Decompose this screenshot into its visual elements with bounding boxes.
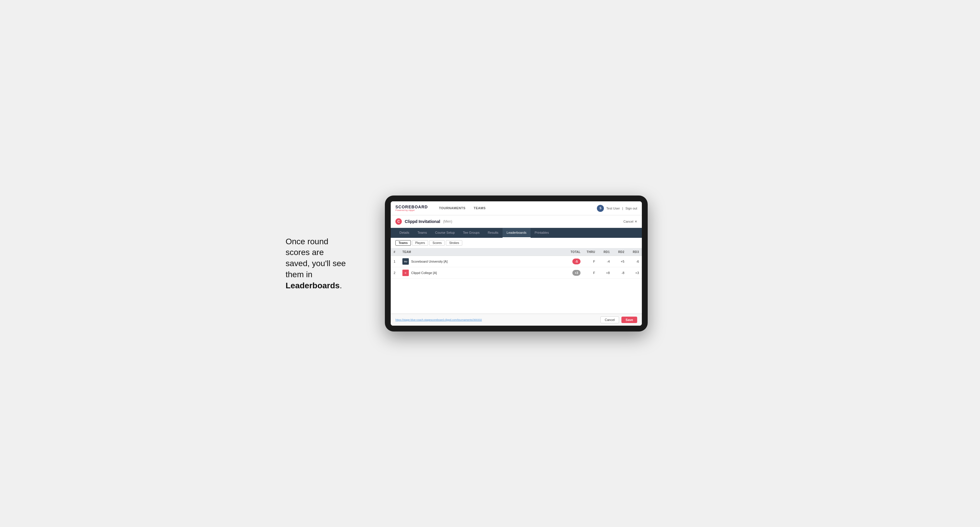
tab-nav: Details Teams Course Setup Tee Groups Re…	[391, 228, 642, 238]
nav-avatar: S	[597, 205, 604, 212]
desc-line2: scores are	[286, 248, 324, 257]
tab-details[interactable]: Details	[395, 228, 414, 238]
nav-tournaments[interactable]: TOURNAMENTS	[435, 202, 469, 215]
filter-scores[interactable]: Scores	[429, 240, 445, 246]
tablet-screen: SCOREBOARD Powered by clippd TOURNAMENTS…	[391, 202, 642, 325]
footer-bar: https://stage-blue-coach.stagescoreboard…	[391, 314, 642, 325]
filter-row: Teams Players Scores Strokes	[391, 238, 642, 248]
col-team: TEAM	[399, 248, 566, 256]
row1-rd2: +5	[612, 256, 627, 267]
footer-url: https://stage-blue-coach.stagescoreboard…	[395, 318, 482, 321]
row1-thru: F	[584, 256, 598, 267]
score-badge-1: -5	[572, 259, 581, 264]
tablet-frame: SCOREBOARD Powered by clippd TOURNAMENTS…	[385, 195, 648, 332]
sign-out-link[interactable]: Sign out	[625, 206, 637, 210]
row2-total: +3	[566, 267, 584, 279]
tournament-header: C Clippd Invitational (Men) Cancel ✕	[391, 215, 642, 228]
nav-username: Test User	[606, 206, 620, 210]
tab-printables[interactable]: Printables	[531, 228, 553, 238]
nav-teams[interactable]: TEAMS	[469, 202, 490, 215]
table-row: 2 C Clippd College [A] +3 F	[391, 267, 642, 279]
team-cell-2: C Clippd College [A]	[402, 270, 563, 276]
row2-thru: F	[584, 267, 598, 279]
footer-cancel-button[interactable]: Cancel	[600, 316, 619, 323]
nav-logo: SCOREBOARD Powered by clippd	[395, 205, 428, 212]
logo-sub: Powered by clippd	[395, 209, 428, 212]
nav-links: TOURNAMENTS TEAMS	[435, 202, 597, 215]
desc-line5-end: .	[340, 281, 342, 290]
spacer-row	[391, 279, 642, 314]
row1-team: SU Scoreboard University [A]	[399, 256, 566, 267]
desc-line4: them in	[286, 270, 312, 279]
tab-results[interactable]: Results	[484, 228, 503, 238]
team-logo-1: SU	[402, 258, 409, 265]
tab-leaderboards[interactable]: Leaderboards	[503, 228, 531, 238]
row2-rd2: -8	[612, 267, 627, 279]
col-total: TOTAL	[566, 248, 584, 256]
row2-rank: 2	[391, 267, 399, 279]
score-badge-2: +3	[572, 270, 581, 276]
desc-line1: Once round	[286, 237, 328, 246]
tournament-icon: C	[395, 218, 402, 225]
leaderboard-table: # TEAM TOTAL THRU RD1 RD2 RD3 1	[391, 248, 642, 314]
tab-course-setup[interactable]: Course Setup	[431, 228, 459, 238]
tournament-name: Clippd Invitational	[405, 219, 440, 224]
table-header-row: # TEAM TOTAL THRU RD1 RD2 RD3	[391, 248, 642, 256]
footer-buttons: Cancel Save	[600, 316, 637, 323]
team-logo-2: C	[402, 270, 409, 276]
row2-team: C Clippd College [A]	[399, 267, 566, 279]
row1-rank: 1	[391, 256, 399, 267]
filter-players[interactable]: Players	[412, 240, 428, 246]
row1-rd1: -4	[598, 256, 612, 267]
filter-strokes[interactable]: Strokes	[446, 240, 462, 246]
tab-teams[interactable]: Teams	[414, 228, 431, 238]
row2-rd1: +8	[598, 267, 612, 279]
tournament-title-row: C Clippd Invitational (Men)	[395, 218, 452, 225]
leaderboard-table-container: # TEAM TOTAL THRU RD1 RD2 RD3 1	[391, 248, 642, 314]
col-rank: #	[391, 248, 399, 256]
team-name-2: Clippd College [A]	[411, 271, 437, 275]
row1-rd3: -6	[627, 256, 642, 267]
nav-right: S Test User | Sign out	[597, 205, 637, 212]
filter-teams[interactable]: Teams	[395, 240, 411, 246]
team-cell-1: SU Scoreboard University [A]	[402, 258, 563, 265]
table-row: 1 SU Scoreboard University [A] -5 F	[391, 256, 642, 267]
left-description: Once round scores are saved, you'll see …	[286, 236, 368, 291]
col-rd3: RD3	[627, 248, 642, 256]
col-rd1: RD1	[598, 248, 612, 256]
footer-save-button[interactable]: Save	[621, 317, 637, 323]
col-rd2: RD2	[612, 248, 627, 256]
tab-tee-groups[interactable]: Tee Groups	[459, 228, 484, 238]
col-thru: THRU	[584, 248, 598, 256]
desc-line3: saved, you'll see	[286, 259, 346, 268]
cancel-tournament-button[interactable]: Cancel ✕	[624, 220, 637, 224]
row2-rd3: +3	[627, 267, 642, 279]
team-name-1: Scoreboard University [A]	[411, 260, 448, 263]
tournament-gender: (Men)	[443, 219, 452, 224]
row1-total: -5	[566, 256, 584, 267]
page-container: Once round scores are saved, you'll see …	[286, 195, 694, 332]
nav-separator: |	[622, 206, 623, 210]
desc-line5-bold: Leaderboards	[286, 281, 340, 290]
nav-bar: SCOREBOARD Powered by clippd TOURNAMENTS…	[391, 202, 642, 215]
logo-title: SCOREBOARD	[395, 205, 428, 209]
